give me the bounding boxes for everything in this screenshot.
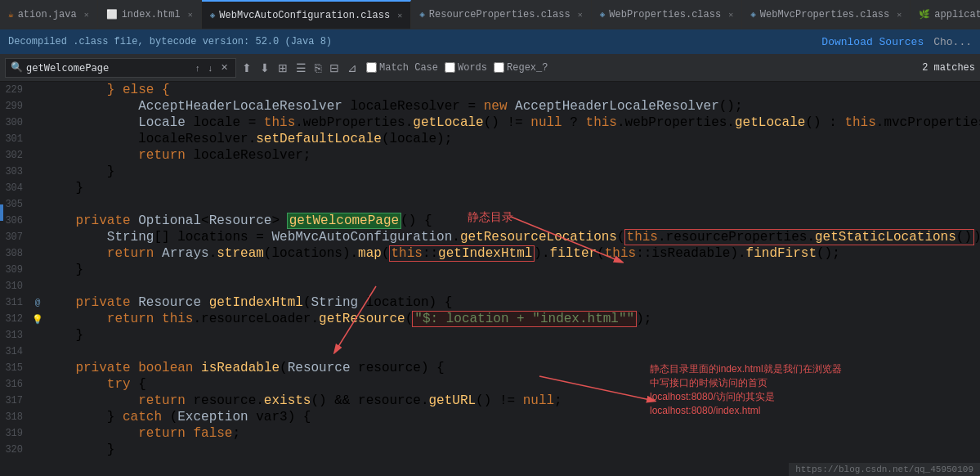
search-bar: 🔍 ↑ ↓ ✕ ⬆ ⬇ ⊞ ☰ ⎘ ⊟ ⊿ Match Case Words R… (0, 54, 980, 82)
table-row: 306 private Optional<Resource> getWelcom… (0, 213, 980, 229)
table-row: 304 } (0, 180, 980, 196)
regex-checkbox[interactable] (494, 62, 504, 73)
search-options: Match Case Words Regex_? (366, 62, 548, 74)
tab-resource-props[interactable]: ◈ ResourceProperties.class ✕ (411, 0, 591, 29)
table-row: 302 return localeResolver; (0, 147, 980, 164)
tab-index-html[interactable]: ⬜ index.html ✕ (98, 0, 202, 29)
words-option[interactable]: Words (445, 62, 487, 74)
close-tab-icon[interactable]: ✕ (188, 10, 193, 20)
table-row: 310 (0, 278, 980, 294)
tool-icon[interactable]: ☰ (293, 60, 309, 76)
app-icon: 🌿 (919, 9, 930, 20)
match-case-option[interactable]: Match Case (366, 62, 438, 74)
close-tab-icon[interactable]: ✕ (897, 10, 902, 20)
regex-option[interactable]: Regex_? (494, 62, 548, 74)
tab-ation-java[interactable]: ☕ ation.java ✕ (0, 0, 98, 29)
copy-icon[interactable]: ⎘ (312, 60, 324, 76)
close-tab-icon[interactable]: ✕ (728, 10, 733, 20)
find-next-icon[interactable]: ⬇ (257, 60, 272, 76)
funnel-icon[interactable]: ⊿ (345, 60, 360, 76)
tab-web-props[interactable]: ◈ WebProperties.class ✕ (592, 0, 742, 29)
table-row: 313 } (0, 327, 980, 344)
matches-count: 2 matches (922, 62, 975, 74)
search-input[interactable] (26, 62, 190, 74)
class-icon: ◈ (419, 9, 425, 20)
table-row: 299 AcceptHeaderLocaleResolver localeRes… (0, 98, 980, 115)
table-row: 307 String[] locations = WebMvcAutoConfi… (0, 229, 980, 245)
choose-text: Cho... (933, 36, 972, 48)
tab-webmvc-props[interactable]: ◈ WebMvcProperties.class ✕ (742, 0, 911, 29)
class-icon: ◈ (750, 9, 756, 20)
close-tab-icon[interactable]: ✕ (397, 11, 402, 20)
tab-application[interactable]: 🌿 application.p ✕ (911, 0, 980, 29)
match-case-checkbox[interactable] (366, 62, 377, 73)
next-match-button[interactable]: ↓ (206, 61, 216, 74)
table-row: 303 } (0, 164, 980, 180)
code-scroll-area[interactable]: 229 } else { 299 AcceptHeaderLocaleResol… (0, 82, 980, 476)
table-row: 317 return resource.exists() && resource… (0, 393, 980, 409)
table-row: 318 } catch (Exception var3) { (0, 409, 980, 425)
table-row: 305 (0, 196, 980, 213)
table-row: 229 } else { (0, 82, 980, 98)
prev-match-button[interactable]: ↑ (193, 61, 203, 74)
find-prev-icon[interactable]: ⬆ (239, 60, 254, 76)
filter-icon[interactable]: ⊞ (275, 60, 290, 76)
table-row: 316 try { (0, 376, 980, 393)
table-row: 309 } (0, 262, 980, 278)
table-row: 319 return false; (0, 425, 980, 442)
class-icon: ◈ (600, 9, 606, 20)
table-row: 312 💡 return this.resourceLoader.getReso… (0, 311, 980, 327)
class-icon: ◈ (210, 10, 216, 20)
download-sources-link[interactable]: Download Sources (821, 36, 924, 48)
table-row: 308 return Arrays.stream(locations).map(… (0, 245, 980, 262)
table-row: 300 Locale locale = this.webProperties.g… (0, 115, 980, 131)
code-area: 229 } else { 299 AcceptHeaderLocaleResol… (0, 82, 980, 476)
table-row: 314 (0, 344, 980, 360)
table-row: 320 } (0, 442, 980, 458)
tab-bar: ☕ ation.java ✕ ⬜ index.html ✕ ◈ WebMvcAu… (0, 0, 980, 29)
search-icon: 🔍 (11, 61, 23, 74)
tab-webmvc-auto[interactable]: ◈ WebMvcAutoConfiguration.class ✕ (202, 0, 412, 29)
search-input-wrap: 🔍 ↑ ↓ ✕ (5, 58, 236, 78)
close-tab-icon[interactable]: ✕ (578, 10, 583, 20)
close-tab-icon[interactable]: ✕ (84, 10, 89, 20)
table-row: 311 @ private Resource getIndexHtml(Stri… (0, 294, 980, 311)
table-row: 301 localeResolver.setDefaultLocale(loca… (0, 131, 980, 147)
notification-text: Decompiled .class file, bytecode version… (8, 36, 332, 47)
bookmark-marker (0, 204, 3, 221)
html-icon: ⬜ (106, 9, 118, 20)
close-search-button[interactable]: ✕ (218, 61, 230, 74)
words-checkbox[interactable] (445, 62, 455, 73)
notification-bar: Decompiled .class file, bytecode version… (0, 29, 980, 54)
status-bar: https://blog.csdn.net/qq_45950109 (789, 463, 980, 476)
table-row: 315 private boolean isReadable(Resource … (0, 360, 980, 376)
java-icon: ☕ (8, 9, 14, 20)
pin-icon[interactable]: ⊟ (327, 60, 342, 76)
